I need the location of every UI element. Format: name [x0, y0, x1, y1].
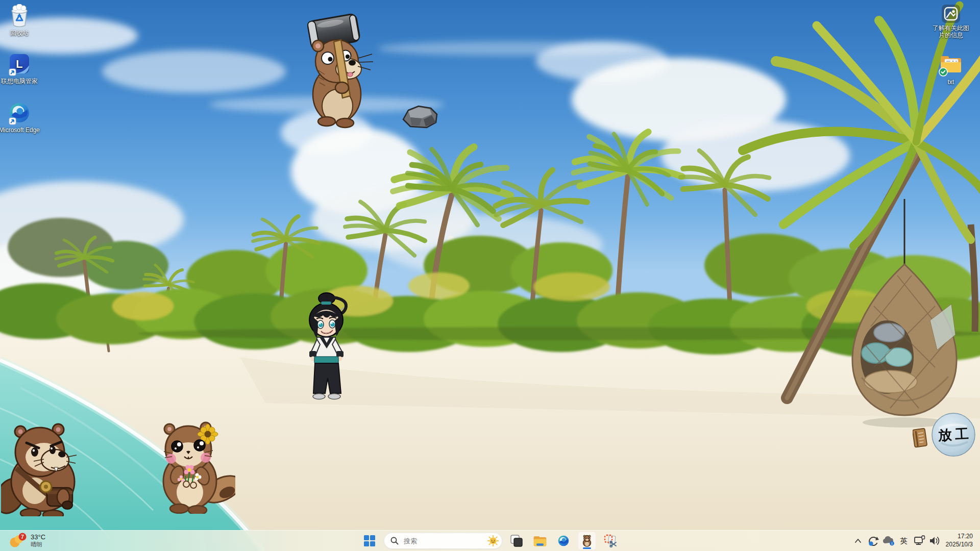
- task-view-icon: [510, 535, 523, 547]
- picture-info-icon: [941, 4, 961, 23]
- clock-time: 17:20: [958, 533, 973, 541]
- edge-browser-button[interactable]: [554, 532, 573, 550]
- chevron-up-icon: [854, 538, 862, 543]
- bing-sun-icon[interactable]: [487, 535, 499, 546]
- tray-volume-icon[interactable]: [927, 533, 942, 549]
- desktop-icon-recycle-bin[interactable]: 回收站: [0, 4, 41, 37]
- speaker-icon: [929, 536, 940, 546]
- pet-app-button[interactable]: [578, 532, 596, 550]
- weather-widget[interactable]: 7 33°C 晴朗: [5, 531, 50, 551]
- taskbar-search-box[interactable]: [384, 533, 502, 549]
- desktop-icon-lenovo-pc-manager[interactable]: L 联想电脑管家: [0, 53, 41, 85]
- svg-text:7: 7: [21, 534, 24, 540]
- file-explorer-icon: [533, 534, 547, 547]
- ethernet-network-icon: [913, 535, 925, 546]
- weather-temperature: 33°C: [31, 534, 45, 541]
- recycle-bin-icon: [8, 4, 31, 29]
- pet-grumpy-otter-with-satchel[interactable]: [1, 419, 87, 516]
- start-button[interactable]: [360, 532, 379, 550]
- taskbar: 7 33°C 晴朗: [0, 530, 980, 551]
- edge-icon: [8, 102, 31, 126]
- taskbar-center: [360, 531, 620, 551]
- book-icon[interactable]: [913, 428, 928, 448]
- pet-stone-rock[interactable]: [401, 103, 440, 130]
- system-tray: 英 17:20 2025/10/3: [851, 531, 977, 551]
- edge-taskbar-icon: [557, 535, 570, 547]
- active-app-indicator: [583, 547, 591, 549]
- offwork-stone-badge[interactable]: 放工: [930, 411, 977, 458]
- desktop-icon-microsoft-edge[interactable]: Microsoft Edge: [0, 102, 41, 134]
- lenovo-pc-manager-icon: L: [8, 53, 31, 77]
- icon-label: 联想电脑管家: [1, 78, 38, 85]
- svg-text:L: L: [16, 58, 22, 70]
- tray-ime-indicator[interactable]: 英: [897, 533, 911, 549]
- desktop-screen: 回收站 L 联想电脑管家 Microsoft Edge: [0, 0, 980, 551]
- sync-arrows-icon: [868, 535, 879, 546]
- search-input[interactable]: [403, 537, 483, 545]
- cloud-icon: [883, 536, 895, 546]
- snip-tool-icon: [604, 534, 617, 547]
- icon-label: txt: [948, 79, 954, 86]
- icon-label: Microsoft Edge: [0, 127, 40, 134]
- snip-tool-button[interactable]: [601, 532, 620, 550]
- weather-condition: 晴朗: [31, 541, 45, 548]
- search-icon: [390, 537, 399, 545]
- file-explorer-button[interactable]: [531, 532, 549, 550]
- windows-logo-icon: [364, 535, 375, 546]
- tray-sync-update-icon[interactable]: [866, 533, 880, 549]
- spotlight-info-icon-button[interactable]: 了解有关此图 片的信息: [929, 4, 973, 39]
- tray-network-icon[interactable]: [912, 533, 926, 549]
- clock-date: 2025/10/3: [946, 541, 973, 549]
- desktop-icon-txt-folder[interactable]: txt: [929, 54, 972, 86]
- pet-flower-otter[interactable]: [146, 420, 235, 514]
- task-view-button[interactable]: [507, 532, 526, 550]
- tray-hidden-icons-chevron[interactable]: [851, 533, 865, 549]
- pet-app-icon: [581, 535, 593, 547]
- tray-onedrive-icon[interactable]: [881, 533, 896, 549]
- folder-icon: [939, 54, 963, 78]
- offwork-badge-label: 放工: [929, 424, 977, 445]
- ime-language-label: 英: [900, 536, 908, 546]
- weather-sun-icon: 7: [9, 533, 27, 549]
- icon-label: 回收站: [10, 30, 29, 37]
- pet-beaver-with-hammer[interactable]: [301, 10, 376, 129]
- tray-clock[interactable]: 17:20 2025/10/3: [943, 533, 977, 548]
- pet-chibi-swordsman[interactable]: [303, 292, 352, 407]
- spotlight-label-line2: 片的信息: [939, 32, 963, 39]
- spotlight-label-line1: 了解有关此图: [933, 24, 969, 32]
